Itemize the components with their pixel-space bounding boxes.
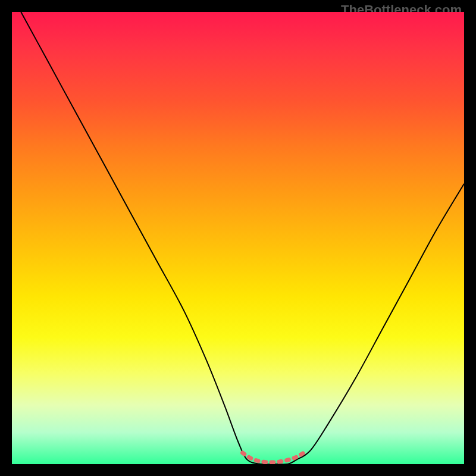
curve-layer (12, 12, 464, 464)
bottleneck-curve (21, 12, 464, 464)
optimal-zone-marker (243, 452, 306, 462)
chart-frame: TheBottleneck.com (0, 0, 476, 476)
